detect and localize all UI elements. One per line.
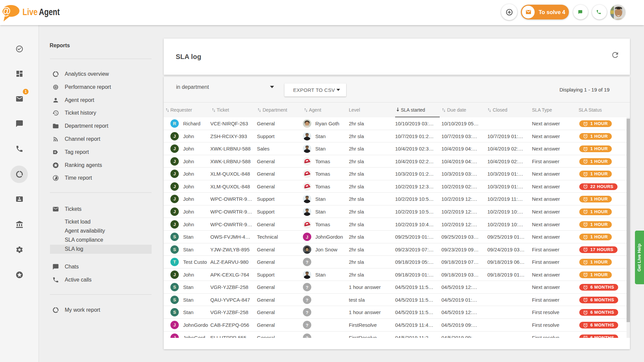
svg-text:?: ?: [306, 323, 309, 328]
svg-text:?: ?: [306, 260, 309, 265]
svg-text:Agent: Agent: [39, 7, 60, 17]
svg-text:?: ?: [306, 310, 309, 315]
svg-text:J: J: [306, 235, 308, 240]
svg-text:?: ?: [306, 335, 309, 338]
svg-text:?: ?: [306, 297, 309, 302]
svg-text:Live: Live: [22, 7, 38, 17]
svg-text:?: ?: [306, 285, 309, 290]
svg-text:@: @: [1, 5, 11, 17]
